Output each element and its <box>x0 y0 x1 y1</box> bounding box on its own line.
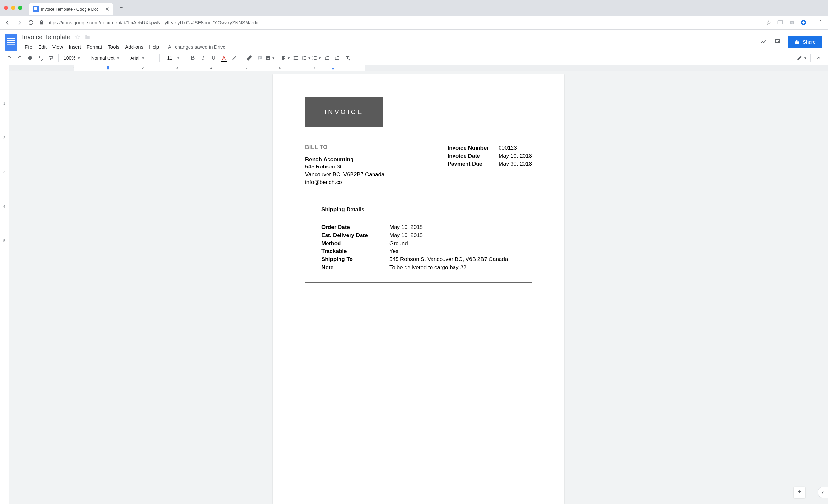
menu-bar: File Edit View Insert Format Tools Add-o… <box>22 43 755 51</box>
italic-button[interactable]: I <box>198 53 208 63</box>
underline-button[interactable]: U <box>209 53 218 63</box>
vertical-ruler[interactable]: 1 2 3 4 5 <box>0 71 9 504</box>
order-date-label: Order Date <box>321 223 380 232</box>
document-page[interactable]: INVOICE BILL TO Bench Accounting 545 Rob… <box>273 74 564 504</box>
translate-icon[interactable] <box>777 19 783 26</box>
svg-point-1 <box>779 22 779 23</box>
delivery-date-value: May 10, 2018 <box>389 232 508 240</box>
menu-addons[interactable]: Add-ons <box>122 43 146 51</box>
new-tab-button[interactable]: + <box>120 4 123 11</box>
side-panel-toggle[interactable]: ‹ <box>818 487 828 498</box>
horizontal-ruler[interactable]: 1 · 2 3 4 5 6 7 <box>9 65 828 71</box>
chevron-down-icon: ▼ <box>176 56 180 60</box>
docs-title-area: Invoice Template ☆ File Edit View Insert… <box>22 33 755 51</box>
payment-due-value: May 30, 2018 <box>499 160 532 168</box>
docs-header: Invoice Template ☆ File Edit View Insert… <box>0 30 828 51</box>
share-button-label: Share <box>803 39 816 45</box>
address-line-2: Vancouver BC, V6B2B7 Canada <box>305 171 447 178</box>
invoice-date-label: Invoice Date <box>447 152 489 160</box>
invoice-date-value: May 10, 2018 <box>499 152 532 160</box>
reload-button[interactable] <box>28 19 34 26</box>
clear-formatting-button[interactable] <box>343 53 353 63</box>
font-select[interactable]: Arial ▼ <box>128 55 157 60</box>
line-spacing-button[interactable] <box>291 53 301 63</box>
chevron-down-icon: ▼ <box>77 56 81 60</box>
decrease-indent-button[interactable] <box>322 53 332 63</box>
bill-to-heading: BILL TO <box>305 144 447 151</box>
left-indent-marker[interactable] <box>106 68 110 70</box>
print-button[interactable] <box>25 53 35 63</box>
camera-icon[interactable] <box>789 19 795 26</box>
menu-help[interactable]: Help <box>147 43 162 51</box>
invoice-number-label: Invoice Number <box>447 144 489 152</box>
collapse-toolbar-button[interactable] <box>814 53 824 63</box>
maximize-window-button[interactable] <box>18 6 23 10</box>
browser-menu-button[interactable]: ⋮ <box>818 19 824 26</box>
tab-close-button[interactable]: ✕ <box>105 6 109 12</box>
share-button[interactable]: Share <box>788 36 822 48</box>
svg-rect-5 <box>266 56 271 60</box>
profile-indicator-icon[interactable] <box>801 20 806 25</box>
address-bar[interactable]: https://docs.google.com/document/d/1lnAe… <box>39 20 761 25</box>
explore-button[interactable] <box>794 487 805 498</box>
ship-to-value: 545 Robson St Vancouver BC, V6B 2B7 Cana… <box>389 256 508 264</box>
window-controls <box>4 6 23 10</box>
highlight-button[interactable] <box>230 53 239 63</box>
address-bar-row: https://docs.google.com/document/d/1lnAe… <box>0 15 828 30</box>
tab-bar: Invoice Template - Google Doc ✕ + <box>0 0 828 15</box>
menu-view[interactable]: View <box>50 43 66 51</box>
insert-link-button[interactable] <box>245 53 254 63</box>
invoice-badge: INVOICE <box>305 97 383 127</box>
menu-tools[interactable]: Tools <box>105 43 122 51</box>
insert-image-button[interactable]: ▼ <box>265 53 275 63</box>
address-line-1: 545 Robson St <box>305 163 447 171</box>
minimize-window-button[interactable] <box>11 6 15 10</box>
paint-format-button[interactable] <box>46 53 56 63</box>
forward-button[interactable] <box>16 19 23 26</box>
zoom-select[interactable]: 100% ▼ <box>61 55 83 60</box>
bookmark-star-icon[interactable]: ☆ <box>766 19 771 26</box>
document-title[interactable]: Invoice Template <box>22 33 71 41</box>
payment-due-label: Payment Due <box>447 160 489 168</box>
undo-button[interactable] <box>4 53 14 63</box>
delivery-date-label: Est. Delivery Date <box>321 232 380 240</box>
lock-icon <box>39 20 44 25</box>
menu-edit[interactable]: Edit <box>36 43 49 51</box>
text-color-button[interactable]: A <box>219 53 229 63</box>
comments-icon[interactable] <box>774 38 781 46</box>
redo-button[interactable] <box>15 53 25 63</box>
ruler-area: 1 · 2 3 4 5 6 7 <box>0 65 828 71</box>
increase-indent-button[interactable] <box>332 53 342 63</box>
trackable-label: Trackable <box>321 248 380 256</box>
svg-point-2 <box>791 22 793 24</box>
docs-logo-icon[interactable] <box>4 34 17 50</box>
paragraph-style-select[interactable]: Normal text ▼ <box>89 55 122 60</box>
svg-point-10 <box>313 58 313 58</box>
save-status[interactable]: All changes saved in Drive <box>166 43 228 51</box>
address-actions: ☆ ⋮ <box>766 19 824 26</box>
method-label: Method <box>321 240 380 248</box>
move-folder-button[interactable] <box>84 34 91 40</box>
insert-comment-button[interactable] <box>255 53 265 63</box>
menu-format[interactable]: Format <box>84 43 105 51</box>
svg-rect-3 <box>776 41 779 41</box>
tab-title: Invoice Template - Google Doc <box>41 7 102 12</box>
star-document-button[interactable]: ☆ <box>75 33 80 41</box>
numbered-list-button[interactable]: 123▼ <box>301 53 311 63</box>
font-size-select[interactable]: 11 ▼ <box>162 55 182 60</box>
back-button[interactable] <box>4 19 11 26</box>
shipping-heading: Shipping Details <box>305 203 532 217</box>
editing-mode-button[interactable]: ▼ <box>796 53 807 63</box>
browser-tab[interactable]: Invoice Template - Google Doc ✕ <box>29 3 113 15</box>
menu-file[interactable]: File <box>22 43 35 51</box>
activity-icon[interactable] <box>760 38 767 45</box>
close-window-button[interactable] <box>4 6 8 10</box>
bulleted-list-button[interactable]: ▼ <box>312 53 321 63</box>
right-indent-marker[interactable] <box>331 68 335 70</box>
bold-button[interactable]: B <box>188 53 198 63</box>
spellcheck-button[interactable] <box>36 53 45 63</box>
menu-insert[interactable]: Insert <box>66 43 84 51</box>
order-date-value: May 10, 2018 <box>389 223 508 232</box>
align-button[interactable]: ▼ <box>281 53 290 63</box>
svg-rect-0 <box>778 20 782 24</box>
